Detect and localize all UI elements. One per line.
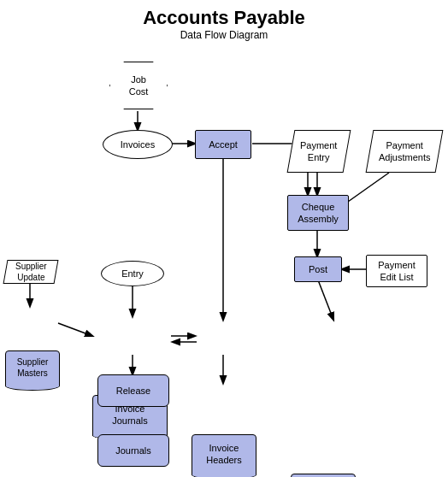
release-node: Release (97, 374, 169, 407)
invoices-node: Invoices (103, 130, 173, 159)
accept-node: Accept (195, 130, 251, 159)
payment-edit-list-node: Payment Edit List (366, 255, 427, 287)
page-title: Accounts Payable (0, 0, 448, 29)
svg-line-8 (317, 278, 333, 320)
svg-line-11 (58, 323, 92, 336)
job-cost-node: Job Cost (109, 62, 168, 109)
payment-entry-node: Payment Entry (287, 130, 351, 173)
invoice-detail-node: Invoice Detail (291, 474, 356, 477)
cheque-assembly-node: Cheque Assembly (287, 195, 349, 231)
entry-node: Entry (101, 261, 164, 286)
supplier-update-node: Supplier Update (3, 260, 59, 284)
payment-adjustments-node: Payment Adjustments (366, 130, 444, 173)
invoice-headers-node: Invoice Headers (192, 434, 256, 474)
post-node: Post (294, 256, 342, 282)
diagram-container: Accounts Payable Data Flow Diagram (0, 0, 448, 477)
supplier-masters-node: Supplier Masters (5, 350, 60, 385)
page-subtitle: Data Flow Diagram (0, 29, 448, 41)
journals-node: Journals (97, 434, 169, 467)
